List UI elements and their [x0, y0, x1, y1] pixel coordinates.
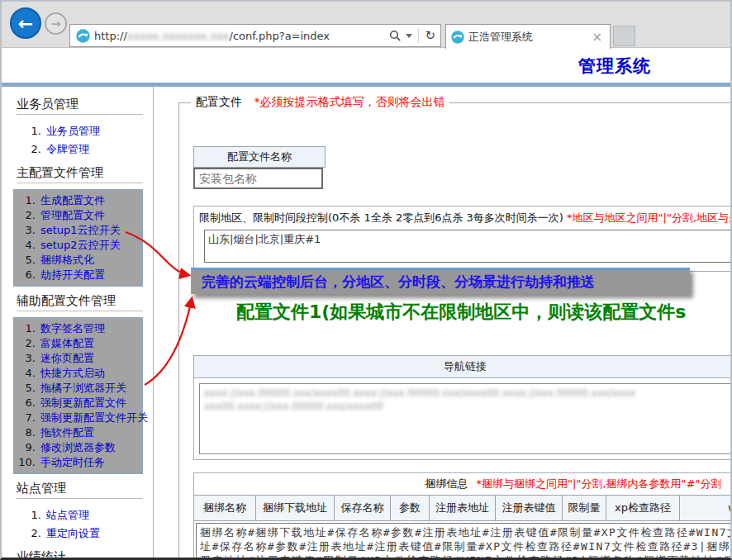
sidebar-item[interactable]: 4.快捷方式启动 [16, 366, 140, 381]
bundle-info-box: 捆绑信息 *捆绑与捆绑之间用"|"分割,捆绑内各参数用"#"分割 捆绑名称捆绑下… [193, 472, 730, 558]
sidebar-item[interactable]: 2.令牌管理 [21, 140, 143, 159]
browser-tab[interactable]: 正浩管理系统 × [445, 24, 611, 49]
sidebar-item-number: 1. [16, 193, 36, 208]
sidebar-item-link[interactable]: setup2云控开关 [40, 238, 121, 253]
sidebar-item-number: 2. [16, 336, 36, 351]
bundle-warning-text: *捆绑与捆绑之间用"|"分割,捆绑内各参数用"#"分割 [477, 477, 722, 491]
sidebar-item[interactable]: 8.拖软件配置 [16, 425, 140, 440]
sidebar-item-number: 6. [16, 268, 36, 282]
sidebar-item[interactable]: 7.强制更新配置文件开关 [16, 411, 140, 425]
sidebar-item[interactable]: 2.富媒体配置 [16, 336, 140, 351]
main-content: 配置文件 *必须按提示格式填写，否则将会出错 配置文件名称 限制地区、限制时间段… [154, 87, 730, 558]
sidebar-item-link[interactable]: 强制更新配置文件开关 [40, 411, 148, 425]
sidebar-item-link[interactable]: 手动定时任务 [40, 455, 105, 470]
sidebar-section-heading: 站点管理 [17, 481, 143, 499]
sidebar-item-link[interactable]: 迷你页配置 [40, 351, 94, 366]
sidebar-menu: 1.业务员管理2.令牌管理 [17, 121, 143, 159]
sidebar-section-heading: 辅助配置文件管理 [17, 293, 143, 311]
bundle-column-header: win7检查路径 [680, 496, 730, 520]
sidebar-item[interactable]: 1.站点管理 [21, 506, 143, 524]
redacted-text-line: xxx00.xxxx://xxx.00000.xxx/xxxx00 [204, 400, 726, 413]
sidebar-item-link[interactable]: 强制更新配置文件 [40, 396, 126, 411]
sidebar-item-number: 4. [16, 238, 36, 253]
back-arrow-icon: ← [18, 13, 33, 34]
forward-button[interactable]: → [45, 12, 67, 35]
sidebar-item-number: 7. [16, 411, 36, 425]
region-control-box: 限制地区、限制时间段控制(0不杀 1全杀 2零点到6点杀 3每多次时间杀一次) … [193, 206, 730, 272]
sidebar-item-number: 5. [16, 381, 36, 396]
sidebar-item[interactable]: 2.重定向设置 [21, 524, 143, 543]
config-fieldset-legend: 配置文件 *必须按提示格式填写，否则将会出错 [191, 95, 449, 110]
back-button[interactable]: ← [10, 7, 41, 39]
sidebar-item-link[interactable]: setup1云控开关 [40, 223, 121, 238]
search-icon[interactable] [389, 30, 402, 42]
browser-toolbar: ← → http:// xxxxx.xxxxxxx.xxx /conf.php?… [2, 2, 730, 48]
sidebar-item-number: 2. [21, 140, 41, 159]
nav-links-textarea[interactable]: xxxx://xxx.00000.xxx/xxxx00.xxxx://xxx.0… [199, 383, 730, 454]
tab-close-icon[interactable]: × [589, 30, 605, 45]
address-bar[interactable]: http:// xxxxx.xxxxxxx.xxx /conf.php?a=in… [69, 24, 441, 47]
sidebar-item-link[interactable]: 快捷方式启动 [40, 366, 105, 381]
sidebar-item[interactable]: 4.setup2云控开关 [16, 238, 140, 253]
sidebar-item[interactable]: 1.数字签名管理 [16, 321, 140, 336]
url-text[interactable]: http:// xxxxx.xxxxxxx.xxx /conf.php?a=in… [94, 30, 389, 42]
sidebar-item-link[interactable]: 劫持开关配置 [40, 268, 105, 282]
sidebar-item[interactable]: 5.捆绑格式化 [16, 253, 140, 268]
sidebar-item-link[interactable]: 管理配置文件 [40, 208, 105, 223]
bundle-column-header: 注册表地址 [430, 496, 496, 520]
sidebar-item-link[interactable]: 拖橘子浏览器开关 [40, 381, 126, 396]
sidebar-item-number: 1. [16, 321, 36, 336]
sidebar-item[interactable]: 1.业务员管理 [21, 122, 143, 140]
sidebar-item[interactable]: 5.拖橘子浏览器开关 [16, 381, 140, 396]
page-favicon [76, 29, 90, 43]
sidebar-item-link[interactable]: 业务员管理 [46, 122, 100, 140]
profile-name-header: 配置文件名称 [193, 146, 326, 168]
sidebar-item[interactable]: 2.管理配置文件 [16, 208, 140, 223]
sidebar-item-link[interactable]: 拖软件配置 [40, 425, 94, 440]
sidebar-menu: 1.站点管理2.重定向设置 [17, 505, 143, 543]
annotation-callout: 完善的云端控制后台，分地区、分时段、分场景进行劫持和推送 [191, 268, 690, 294]
sidebar-item-number: 3. [16, 351, 36, 366]
sidebar-item-link[interactable]: 令牌管理 [46, 140, 89, 159]
profile-name-input[interactable] [193, 168, 323, 189]
bundle-column-header: 限制量 [563, 496, 606, 520]
bundle-column-header: xp检查路径 [606, 496, 680, 520]
sidebar-item-number: 1. [21, 506, 41, 524]
bundle-content-textarea[interactable]: 捆绑名称#捆绑下载地址#保存名称#参数#注册表地址#注册表键值#限制量#XP文件… [196, 523, 730, 558]
sidebar-item-number: 2. [21, 524, 41, 543]
sidebar-item-link[interactable]: 站点管理 [46, 506, 89, 524]
sidebar-item-link[interactable]: 捆绑格式化 [40, 253, 94, 268]
sidebar-item-link[interactable]: 修改浏览器参数 [40, 440, 116, 455]
sidebar-section-heading: 业绩统计 [17, 549, 143, 558]
bundle-columns-row: 捆绑名称捆绑下载地址保存名称参数注册表地址注册表键值限制量xp检查路径win7检… [194, 495, 730, 521]
region-control-textarea[interactable]: 山东|烟台|北京|重庆#1 [204, 230, 730, 263]
green-note-text: 配置文件1(如果城市不在限制地区中，则读该配置文件s [236, 300, 686, 325]
url-suffix: /conf.php?a=index [230, 30, 330, 42]
sidebar-item[interactable]: 3.迷你页配置 [16, 351, 140, 366]
sidebar-item-number: 6. [16, 396, 36, 411]
sidebar: 业务员管理1.业务员管理2.令牌管理主配置文件管理1.生成配置文件2.管理配置文… [2, 87, 154, 558]
sidebar-menu-box: 1.数字签名管理2.富媒体配置3.迷你页配置4.快捷方式启动5.拖橘子浏览器开关… [13, 317, 143, 474]
bundle-column-header: 捆绑下载地址 [256, 496, 335, 520]
sidebar-item[interactable]: 3.setup1云控开关 [16, 223, 140, 238]
sidebar-item[interactable]: 10.手动定时任务 [16, 455, 140, 470]
new-tab-button[interactable] [613, 26, 635, 46]
nav-links-header: 导航链接 [194, 356, 730, 378]
sidebar-item-number: 10. [16, 455, 36, 470]
refresh-icon[interactable]: ↻ [425, 30, 435, 42]
sidebar-item[interactable]: 9.修改浏览器参数 [16, 440, 140, 455]
sidebar-item-link[interactable]: 富媒体配置 [40, 336, 94, 351]
sidebar-item-link[interactable]: 生成配置文件 [40, 193, 105, 208]
sidebar-item-link[interactable]: 数字签名管理 [40, 321, 105, 336]
sidebar-item[interactable]: 6.劫持开关配置 [16, 268, 140, 282]
search-dropdown-caret-icon[interactable] [406, 34, 412, 38]
url-prefix: http:// [94, 30, 127, 42]
region-label-text: 限制地区、限制时间段控制(0不杀 1全杀 2零点到6点杀 3每多次时间杀一次) [199, 211, 563, 224]
bundle-column-header: 保存名称 [335, 496, 391, 520]
sidebar-item[interactable]: 6.强制更新配置文件 [16, 396, 140, 411]
sidebar-item[interactable]: 1.生成配置文件 [16, 193, 140, 208]
bundle-title-text: 捆绑信息 [425, 477, 468, 491]
sidebar-item-link[interactable]: 重定向设置 [46, 524, 100, 543]
region-control-label: 限制地区、限制时间段控制(0不杀 1全杀 2零点到6点杀 3每多次时间杀一次) … [199, 210, 730, 226]
url-redacted: xxxxx.xxxxxxx.xxx [127, 30, 230, 42]
